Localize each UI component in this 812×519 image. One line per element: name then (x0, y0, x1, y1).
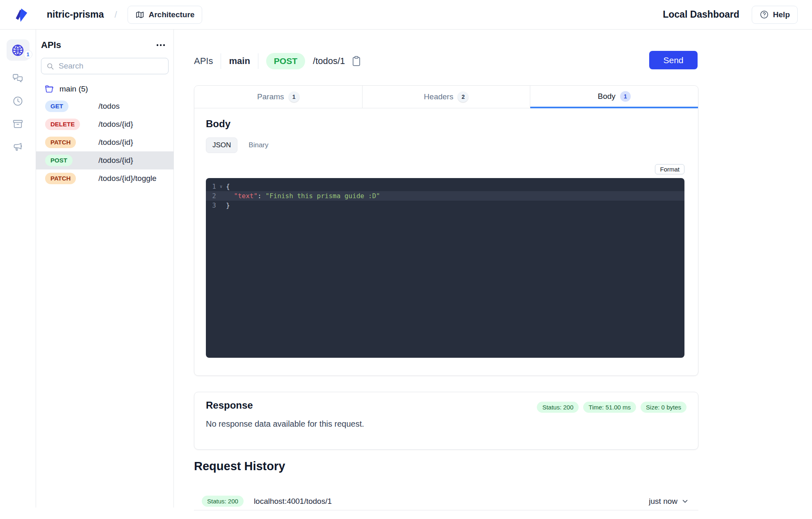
endpoint-row-patch-todo[interactable]: PATCH /todos/{id} (36, 133, 173, 151)
clock-icon (12, 96, 23, 107)
breadcrumb-separator: / (114, 9, 117, 20)
response-badges: Status: 200 Time: 51.00 ms Size: 0 bytes (537, 402, 687, 413)
request-tabs: Params 1 Headers 2 Body 1 (194, 86, 698, 108)
sidebar-menu-button[interactable] (155, 42, 167, 48)
format-button[interactable]: Format (655, 164, 684, 174)
copy-path-button[interactable] (352, 56, 361, 66)
folder-label: main (5) (59, 85, 88, 94)
tab-label: Body (598, 92, 616, 101)
nav-schedules-button[interactable] (12, 96, 23, 107)
map-icon (135, 10, 144, 19)
endpoint-row-get-todos[interactable]: GET /todos (36, 97, 173, 115)
nav-storage-button[interactable] (12, 119, 23, 130)
editor-line-3: 3 } (206, 201, 684, 210)
api-folder-main[interactable]: main (5) (36, 81, 173, 97)
json-key: "text" (234, 192, 258, 200)
megaphone-icon (12, 142, 23, 153)
method-badge: PATCH (45, 173, 76, 184)
line-number: 3 (210, 201, 216, 209)
tab-label: Headers (424, 92, 454, 101)
breadcrumb-divider (221, 53, 221, 69)
method-badge: POST (45, 155, 73, 166)
help-label: Help (773, 10, 790, 19)
nitric-dashboard: nitric-prisma / Architecture Local Dashb… (0, 0, 812, 519)
search-input[interactable] (59, 62, 163, 71)
response-title: Response (206, 400, 253, 411)
breadcrumb-apis[interactable]: APIs (194, 56, 213, 66)
response-empty-message: No response data available for this requ… (206, 419, 364, 429)
editor-line-2: 2 "text": "Finish this prisma guide :D" (206, 191, 684, 201)
endpoint-path: /todos/{id} (98, 138, 133, 147)
architecture-label: Architecture (148, 10, 194, 19)
breadcrumb-api-main[interactable]: main (229, 56, 250, 66)
page-title: Local Dashboard (663, 9, 739, 20)
history-status-badge: Status: 200 (202, 496, 244, 507)
tab-count-badge: 1 (289, 91, 299, 102)
request-history-title: Request History (194, 460, 285, 473)
nitric-logo-icon[interactable] (11, 5, 30, 24)
tab-body[interactable]: Body 1 (530, 86, 698, 108)
tab-params[interactable]: Params 1 (194, 86, 363, 108)
endpoint-row-delete-todo[interactable]: DELETE /todos/{id} (36, 115, 173, 133)
size-badge: Size: 0 bytes (641, 402, 687, 413)
globe-icon (11, 43, 25, 57)
chevron-down-icon[interactable] (682, 498, 689, 505)
search-icon (46, 62, 54, 70)
line-number: 1 (210, 183, 216, 190)
apis-sidebar: APIs main (5) GET /to (36, 30, 174, 508)
nav-topics-button[interactable] (12, 142, 23, 153)
top-header: nitric-prisma / Architecture Local Dashb… (0, 0, 812, 30)
body-section-title: Body (206, 118, 230, 130)
request-card: Params 1 Headers 2 Body 1 Body JSON Bina… (194, 85, 698, 376)
clipboard-icon (352, 56, 361, 66)
tab-label: Params (257, 92, 284, 101)
architecture-button[interactable]: Architecture (128, 6, 202, 24)
tab-count-badge: 2 (458, 91, 468, 102)
nav-websockets-button[interactable] (12, 73, 23, 84)
mode-json-button[interactable]: JSON (206, 137, 237, 153)
endpoint-row-patch-toggle[interactable]: PATCH /todos/{id}/toggle (36, 169, 173, 187)
body-mode-toggle: JSON Binary (206, 137, 269, 153)
search-box (41, 58, 169, 74)
endpoint-path: /todos/{id}/toggle (98, 174, 157, 183)
request-breadcrumb: APIs main POST /todos/1 (194, 52, 361, 70)
breadcrumb-divider (258, 53, 258, 69)
send-button[interactable]: Send (649, 51, 698, 69)
mode-binary-button[interactable]: Binary (249, 141, 268, 149)
apis-count-badge: 1 (24, 50, 32, 59)
editor-line-1: 1 ∨ { (206, 182, 684, 191)
project-name: nitric-prisma (47, 9, 104, 20)
status-badge: Status: 200 (537, 402, 579, 413)
method-badge: GET (45, 101, 68, 112)
method-badge: DELETE (45, 119, 80, 130)
endpoint-path: /todos/{id} (98, 120, 133, 129)
endpoint-path: /todos (98, 102, 120, 111)
question-circle-icon (760, 10, 769, 19)
history-row[interactable]: Status: 200 localhost:4001/todos/1 just … (194, 492, 698, 510)
line-number: 2 (210, 192, 216, 200)
history-url: localhost:4001/todos/1 (254, 497, 332, 506)
folder-open-icon (44, 84, 55, 94)
sidebar-title: APIs (41, 40, 61, 50)
code-text: "text": "Finish this prisma guide :D" (226, 192, 380, 200)
json-body-editor[interactable]: 1 ∨ { 2 "text": "Finish this prisma guid… (206, 178, 684, 358)
code-text: } (226, 201, 230, 209)
request-method-badge: POST (266, 53, 305, 69)
method-badge: PATCH (45, 137, 76, 148)
json-string-value: "Finish this prisma guide :D" (265, 192, 380, 200)
time-badge: Time: 51.00 ms (583, 402, 636, 413)
help-button[interactable]: Help (752, 6, 798, 24)
code-text: { (226, 183, 230, 190)
chat-bubbles-icon (12, 73, 23, 84)
response-card: Response Status: 200 Time: 51.00 ms Size… (194, 392, 698, 450)
fold-chevron-icon[interactable]: ∨ (216, 184, 226, 189)
nav-rail: 1 (0, 30, 36, 508)
nav-apis-button[interactable]: 1 (7, 39, 30, 61)
request-path: /todos/1 (313, 56, 345, 66)
tab-headers[interactable]: Headers 2 (363, 86, 531, 108)
archive-box-icon (12, 119, 23, 130)
endpoint-path: /todos/{id} (98, 156, 133, 165)
ellipsis-icon (156, 44, 165, 46)
tab-count-badge: 1 (620, 91, 631, 102)
endpoint-row-post-todo[interactable]: POST /todos/{id} (36, 151, 173, 169)
